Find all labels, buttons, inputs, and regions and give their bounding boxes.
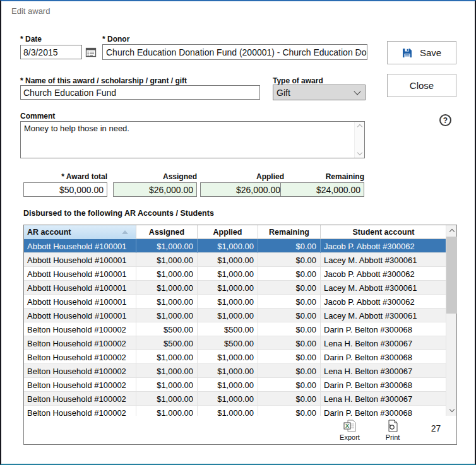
column-header-applied[interactable]: Applied [198, 225, 258, 239]
comment-scrollbar[interactable] [354, 122, 364, 158]
table-cell: Lacey M. Abbott #300061 [321, 309, 446, 322]
applied-total-value: $26,000.00 [236, 185, 280, 195]
table-cell: Belton Household #100002 [24, 350, 136, 364]
award-total-label: * Award total [23, 172, 107, 181]
award-total-field[interactable]: $50,000.00 [23, 182, 107, 197]
table-cell: Lena H. Belton #300067 [321, 392, 446, 406]
scrollbar-thumb[interactable] [446, 237, 457, 314]
column-header-ar-account[interactable]: AR account [24, 225, 136, 239]
comment-label: Comment [20, 112, 55, 121]
award-type-value: Gift [277, 88, 290, 98]
table-cell: $500.00 [198, 336, 258, 350]
comment-text: Money to help those in need. [24, 124, 129, 133]
table-cell: Jacob P. Abbott #300062 [321, 267, 446, 281]
remaining-total-value: $24,000.00 [316, 185, 360, 195]
table-cell: Lacey M. Abbott #300061 [321, 281, 446, 295]
remaining-total-label: Remaining [280, 172, 364, 181]
table-row[interactable]: Belton Household #100002$1,000.00$1,000.… [24, 350, 446, 364]
table-cell: $1,000.00 [198, 392, 258, 406]
table-cell: $1,000.00 [136, 253, 198, 267]
assigned-total-field: $26,000.00 [113, 182, 197, 197]
table-cell: $0.00 [258, 253, 321, 267]
help-button[interactable]: ? [439, 114, 451, 126]
print-button[interactable]: Print [375, 420, 410, 441]
table-row[interactable]: Abbott Household #100001$1,000.00$1,000.… [24, 239, 446, 253]
table-row[interactable]: Belton Household #100002$1,000.00$1,000.… [24, 378, 446, 392]
table-cell: $1,000.00 [136, 364, 198, 378]
save-button[interactable]: Save [387, 41, 456, 64]
table-cell: $1,000.00 [198, 406, 258, 416]
table-cell: Abbott Household #100001 [24, 295, 136, 309]
table-cell: $0.00 [258, 350, 321, 364]
table-cell: Belton Household #100002 [24, 364, 136, 378]
scroll-up-icon[interactable] [446, 225, 457, 236]
award-type-select[interactable]: Gift [273, 85, 366, 100]
table-cell: Jacob P. Abbott #300062 [321, 239, 446, 253]
table-row[interactable]: Abbott Household #100001$1,000.00$1,000.… [24, 281, 446, 295]
table-cell: Darin P. Belton #300068 [321, 350, 446, 364]
assigned-total-value: $26,000.00 [149, 185, 193, 195]
edit-award-dialog: Edit award * Date * Donor Church Educati… [0, 0, 476, 465]
table-row[interactable]: Abbott Household #100001$1,000.00$1,000.… [24, 267, 446, 281]
scroll-down-icon[interactable] [446, 405, 457, 416]
table-cell: $0.00 [258, 239, 321, 253]
table-cell: Abbott Household #100001 [24, 267, 136, 281]
save-icon [402, 48, 412, 58]
disbursements-grid: AR account Assigned Applied Remaining St… [23, 225, 457, 445]
table-cell: $1,000.00 [136, 406, 198, 416]
remaining-total-field: $24,000.00 [280, 182, 364, 197]
excel-export-icon: X [343, 420, 356, 432]
table-cell: $500.00 [136, 336, 198, 350]
grid-header: AR account Assigned Applied Remaining St… [24, 225, 446, 239]
applied-total-field: $26,000.00 [200, 182, 284, 197]
table-cell: Belton Household #100002 [24, 322, 136, 336]
table-row[interactable]: Belton Household #100002$1,000.00$1,000.… [24, 406, 446, 416]
table-row[interactable]: Abbott Household #100001$1,000.00$1,000.… [24, 309, 446, 322]
table-cell: $0.00 [258, 295, 321, 309]
table-cell: $500.00 [136, 322, 198, 336]
column-header-remaining[interactable]: Remaining [258, 225, 321, 239]
export-label: Export [340, 433, 360, 441]
print-label: Print [386, 433, 400, 441]
column-header-student-account[interactable]: Student account [321, 225, 446, 239]
table-cell: $1,000.00 [198, 350, 258, 364]
chevron-down-icon [354, 88, 360, 95]
table-row[interactable]: Abbott Household #100001$1,000.00$1,000.… [24, 253, 446, 267]
table-cell: Jacob P. Abbott #300062 [321, 295, 446, 309]
svg-text:X: X [345, 423, 349, 429]
table-cell: Belton Household #100002 [24, 336, 136, 350]
table-cell: Belton Household #100002 [24, 406, 136, 416]
record-count: 27 [422, 423, 450, 433]
award-name-label: * Name of this award / scholarship / gra… [20, 76, 187, 85]
comment-textarea[interactable]: Money to help those in need. [20, 121, 365, 158]
table-row[interactable]: Abbott Household #100001$1,000.00$1,000.… [24, 295, 446, 309]
table-cell: Belton Household #100002 [24, 392, 136, 406]
export-button[interactable]: X Export [330, 420, 369, 441]
table-row[interactable]: Belton Household #100002$500.00$500.00$0… [24, 322, 446, 336]
table-cell: $0.00 [258, 309, 321, 322]
window-title: Edit award [11, 6, 50, 16]
table-cell: $1,000.00 [198, 378, 258, 392]
print-preview-icon [386, 420, 399, 432]
scroll-down-icon[interactable] [357, 150, 362, 155]
date-input[interactable] [20, 45, 82, 59]
table-cell: Darin P. Belton #300068 [321, 406, 446, 416]
scroll-up-icon[interactable] [357, 124, 362, 129]
donor-label: * Donor [102, 35, 129, 44]
table-cell: Abbott Household #100001 [24, 281, 136, 295]
table-row[interactable]: Belton Household #100002$1,000.00$1,000.… [24, 392, 446, 406]
grid-vertical-scrollbar[interactable] [446, 225, 456, 416]
calendar-icon[interactable] [85, 47, 97, 58]
table-cell: Belton Household #100002 [24, 378, 136, 392]
table-row[interactable]: Belton Household #100002$1,000.00$1,000.… [24, 364, 446, 378]
award-name-input[interactable] [20, 85, 260, 100]
table-cell: $1,000.00 [198, 295, 258, 309]
close-button[interactable]: Close [387, 74, 456, 97]
close-button-label: Close [410, 80, 434, 91]
table-row[interactable]: Belton Household #100002$500.00$500.00$0… [24, 336, 446, 350]
table-cell: $0.00 [258, 406, 321, 416]
column-header-assigned[interactable]: Assigned [136, 225, 198, 239]
table-cell: $1,000.00 [198, 364, 258, 378]
help-icon: ? [443, 116, 448, 125]
donor-select[interactable]: Church Education Donation Fund (200001) … [102, 44, 367, 60]
